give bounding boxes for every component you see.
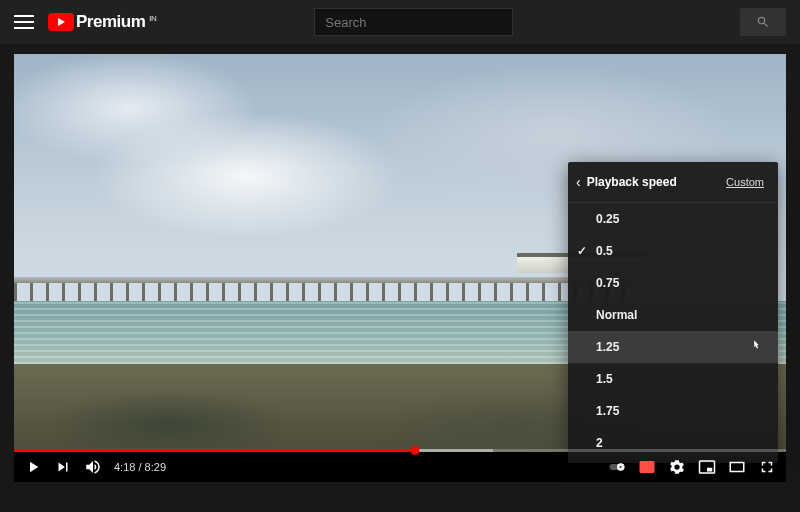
speed-option-label: 2 (596, 436, 603, 450)
miniplayer-icon (698, 458, 716, 476)
search-button[interactable] (740, 8, 786, 36)
fullscreen-icon (758, 458, 776, 476)
speed-option-label: 0.5 (596, 244, 613, 258)
search-bar (314, 8, 513, 36)
theater-icon (728, 458, 746, 476)
next-icon (54, 458, 72, 476)
search-input[interactable] (314, 8, 513, 36)
video-player: ‹ Playback speed Custom 0.25✓0.50.75Norm… (14, 54, 786, 482)
speed-option[interactable]: 1.75 (568, 395, 778, 427)
youtube-play-icon (48, 13, 74, 31)
speed-option-label: 1.5 (596, 372, 613, 386)
speed-option[interactable]: 1.5 (568, 363, 778, 395)
time-display: 4:18 / 8:29 (114, 461, 166, 473)
speed-option[interactable]: Normal (568, 299, 778, 331)
cursor-icon (748, 339, 762, 355)
settings-button[interactable] (668, 458, 686, 476)
play-icon (24, 458, 42, 476)
menu-title: Playback speed (587, 175, 726, 189)
brand-text: Premium (76, 12, 145, 32)
speed-option[interactable]: 1.25 (568, 331, 778, 363)
fullscreen-button[interactable] (758, 458, 776, 476)
volume-button[interactable] (84, 458, 102, 476)
subtitles-button[interactable] (638, 458, 656, 476)
miniplayer-button[interactable] (698, 458, 716, 476)
custom-speed-link[interactable]: Custom (726, 176, 764, 188)
next-button[interactable] (54, 458, 72, 476)
play-button[interactable] (24, 458, 42, 476)
duration: 8:29 (145, 461, 166, 473)
region-badge: IN (149, 14, 156, 23)
speed-option[interactable]: ✓0.5 (568, 235, 778, 267)
control-bar: 4:18 / 8:29 (14, 452, 786, 482)
back-icon[interactable]: ‹ (576, 174, 587, 190)
volume-icon (84, 458, 102, 476)
speed-option[interactable]: 0.25 (568, 203, 778, 235)
speed-option-label: 0.75 (596, 276, 619, 290)
theater-button[interactable] (728, 458, 746, 476)
autoplay-icon (608, 457, 626, 477)
menu-icon[interactable] (14, 15, 34, 29)
speed-option-label: Normal (596, 308, 637, 322)
gear-icon (668, 458, 686, 476)
autoplay-toggle[interactable] (608, 458, 626, 476)
subtitles-icon (638, 458, 656, 476)
speed-option-label: 1.75 (596, 404, 619, 418)
check-icon: ✓ (577, 244, 587, 258)
search-icon (756, 15, 770, 29)
speed-option-label: 1.25 (596, 340, 619, 354)
top-header: Premium IN (0, 0, 800, 44)
playback-speed-menu: ‹ Playback speed Custom 0.25✓0.50.75Norm… (568, 162, 778, 463)
current-time: 4:18 (114, 461, 135, 473)
speed-option[interactable]: 0.75 (568, 267, 778, 299)
youtube-premium-logo[interactable]: Premium IN (48, 12, 156, 32)
speed-option-label: 0.25 (596, 212, 619, 226)
